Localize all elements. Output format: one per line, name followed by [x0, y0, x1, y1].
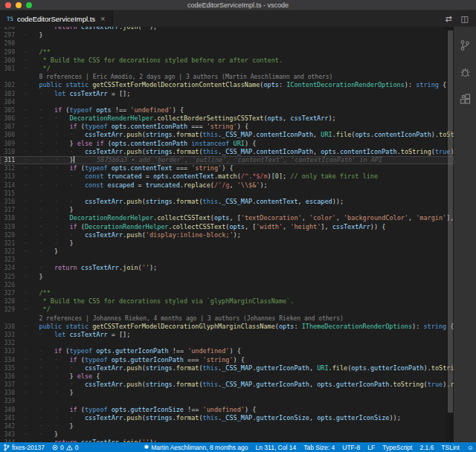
line-number[interactable]: 336 [0, 372, 24, 381]
code-row[interactable]: 315 [0, 190, 454, 198]
code-row[interactable]: 319· · · if (DecorationRenderHelper.coll… [0, 223, 454, 231]
close-tab-icon[interactable]: × [100, 15, 105, 22]
code-row[interactable]: 340· · · if (typeof opts.gutterIconSize … [0, 406, 454, 414]
line-number[interactable]: 314 [0, 181, 24, 190]
line-number[interactable]: 315 [0, 190, 24, 198]
line-number[interactable]: 332 [0, 339, 24, 347]
code-row[interactable]: 324· · return cssTextArr.join(''); [0, 264, 454, 272]
line-number[interactable]: 328 [0, 297, 24, 306]
status-tslint-status[interactable]: TSLint [437, 442, 463, 452]
line-number[interactable]: 344 [0, 439, 24, 442]
code-row[interactable]: 309· · · } else if (opts.contentIconPath… [0, 140, 454, 148]
scrollbar-thumb[interactable] [448, 30, 453, 413]
line-number[interactable]: 310 [0, 148, 24, 156]
code-row[interactable]: 336· · · } else { [0, 372, 454, 381]
source-control-icon[interactable] [458, 39, 472, 52]
code-row[interactable]: 339 [0, 397, 454, 405]
code-row[interactable]: 306· · · DecorationRenderHelper.collectB… [0, 114, 454, 123]
git-branch-status[interactable]: fixes-20137 [0, 442, 48, 452]
line-number[interactable] [0, 73, 24, 81]
line-number[interactable]: 306 [0, 114, 24, 123]
code-row[interactable]: 312· · · if (typeof opts.contentText ===… [0, 164, 454, 172]
line-number[interactable]: 321 [0, 239, 24, 248]
line-number[interactable]: 326 [0, 281, 24, 289]
split-editor-icon[interactable]: ◫ [461, 14, 469, 24]
line-number[interactable]: 331 [0, 331, 24, 339]
code-row[interactable]: 326 [0, 281, 454, 289]
code-row[interactable]: 300· * Build the CSS for decorations sty… [0, 56, 454, 65]
line-number[interactable]: 337 [0, 381, 24, 389]
code-row[interactable]: 331· · let cssTextArr = []; [0, 331, 454, 339]
line-number[interactable]: 333 [0, 347, 24, 355]
status-typescript-version[interactable]: 2.1.6 [416, 442, 437, 452]
code-row[interactable]: 323 [0, 256, 454, 264]
code-row[interactable]: 308· · · · cssTextArr.push(strings.forma… [0, 131, 454, 139]
line-number[interactable]: 302 [0, 81, 24, 89]
problems-status[interactable]: 0 0 [48, 442, 82, 452]
codelens-row[interactable]: 2 references | Johannes Rieken, 4 months… [0, 314, 454, 323]
line-number[interactable]: 308 [0, 131, 24, 139]
line-number[interactable]: 327 [0, 289, 24, 297]
line-number[interactable] [0, 314, 24, 323]
code-row[interactable]: 327· /** [0, 289, 454, 297]
code-row[interactable]: 316· · · · cssTextArr.push(strings.forma… [0, 198, 454, 206]
code-row[interactable]: 303· · let cssTextArr = []; [0, 90, 454, 98]
code-row[interactable]: 334· · · if (typeof opts.gutterIconPath … [0, 356, 454, 364]
line-number[interactable]: 298 [0, 39, 24, 48]
close-window-button[interactable] [5, 2, 11, 8]
line-number[interactable]: 300 [0, 56, 24, 65]
line-number[interactable]: 334 [0, 356, 24, 364]
code-row[interactable]: 304 [0, 98, 454, 106]
zoom-window-button[interactable] [26, 2, 32, 8]
line-number[interactable]: 312 [0, 164, 24, 172]
code-row[interactable]: 302· public static getCSSTextForModelDec… [0, 81, 454, 89]
code-row[interactable]: 301· */ [0, 65, 454, 73]
code-row[interactable]: 325· } [0, 273, 454, 281]
line-number[interactable]: 325 [0, 273, 24, 281]
code-row[interactable]: 335· · · · cssTextArr.push(strings.forma… [0, 364, 454, 372]
codelens-row[interactable]: 8 references | Eric Amodio, 2 days ago |… [0, 73, 454, 81]
line-number[interactable]: 316 [0, 198, 24, 206]
code-row[interactable]: 329· */ [0, 306, 454, 314]
debug-icon[interactable] [458, 65, 472, 79]
line-number[interactable]: 309 [0, 140, 24, 148]
line-number[interactable]: 322 [0, 248, 24, 256]
code-row[interactable]: 321· · · } [0, 239, 454, 248]
minimize-window-button[interactable] [16, 2, 22, 8]
code-row[interactable]: 344· · return cssTextArr.join(''); [0, 439, 454, 442]
line-number[interactable]: 320 [0, 231, 24, 239]
code-row[interactable]: 342· · · } [0, 422, 454, 430]
code-row[interactable]: 297· } [0, 31, 454, 39]
code-row[interactable]: 305· · if (typeof opts !== 'undefined') … [0, 106, 454, 114]
code-row[interactable]: 322· · } [0, 248, 454, 256]
feedback-status[interactable]: ☺ [463, 442, 476, 452]
line-number[interactable]: 343 [0, 430, 24, 439]
line-number[interactable]: 319 [0, 223, 24, 231]
line-number[interactable]: 303 [0, 90, 24, 98]
line-number[interactable]: 318 [0, 214, 24, 222]
code-row[interactable]: 338· · · } [0, 389, 454, 397]
code-row[interactable]: 333· · if (typeof opts.gutterIconPath !=… [0, 347, 454, 355]
line-number[interactable]: 299 [0, 48, 24, 56]
tab-code-editor-service-impl[interactable]: TS codeEditorServiceImpl.ts × [0, 10, 113, 27]
code-row[interactable]: 343· · } [0, 430, 454, 439]
code-row[interactable]: 299· /** [0, 48, 454, 56]
status-eol[interactable]: LF [364, 442, 379, 452]
line-number[interactable]: 317 [0, 206, 24, 214]
line-number[interactable]: 341 [0, 414, 24, 422]
code-row[interactable]: 328· * Build the CSS for decorations sty… [0, 297, 454, 306]
editor-scrollbar[interactable] [446, 27, 454, 442]
line-number[interactable]: 323 [0, 256, 24, 264]
line-number[interactable]: 304 [0, 98, 24, 106]
code-row[interactable]: 307· · · if (typeof opts.contentIconPath… [0, 123, 454, 131]
code-row[interactable]: 314· · · · const escaped = truncated.rep… [0, 181, 454, 190]
line-number[interactable]: 339 [0, 397, 24, 405]
line-number[interactable]: 301 [0, 65, 24, 73]
code-row[interactable]: 318· · · DecorationRenderHelper.collectC… [0, 214, 454, 222]
line-number[interactable]: 313 [0, 172, 24, 181]
code-row[interactable]: 313· · · · const truncated = opts.conten… [0, 172, 454, 181]
code-editor[interactable]: 296· · return cssTextArr.join('');297· }… [0, 27, 454, 442]
code-row[interactable]: 311· · · } 5875b6a3 • add 'border', 'out… [0, 156, 454, 164]
line-number[interactable]: 307 [0, 123, 24, 131]
extensions-icon[interactable] [458, 92, 472, 106]
